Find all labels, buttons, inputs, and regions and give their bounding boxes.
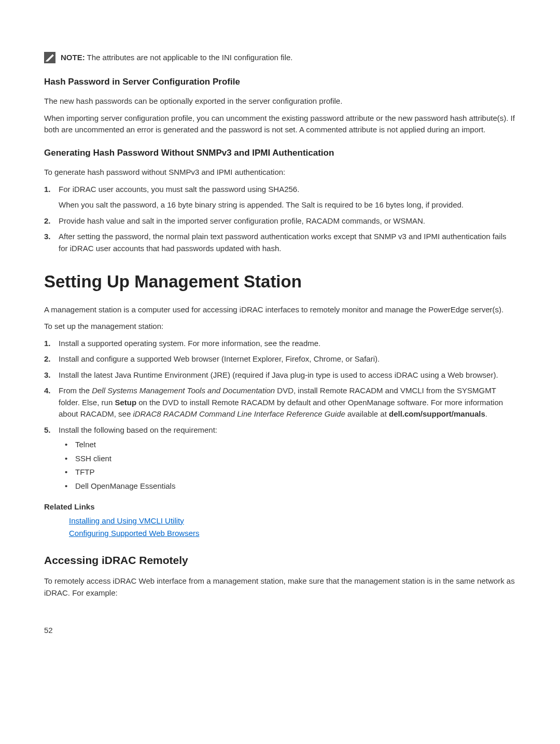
mgmt-heading: Setting Up Management Station [44,269,516,295]
list-item: 1. Install a supported operating system.… [44,338,516,350]
note-text: NOTE: The attributes are not applicable … [61,52,292,64]
note-callout: NOTE: The attributes are not applicable … [44,52,516,64]
list-content: Install the following based on the requi… [59,424,516,494]
gen-heading: Generating Hash Password Without SNMPv3 … [44,146,516,160]
mgmt-p1: A management station is a computer used … [44,304,516,316]
list-item: 2. Provide hash value and salt in the im… [44,215,516,227]
text-segment: From the [59,386,92,395]
list-text: For iDRAC user accounts, you must salt t… [59,185,299,194]
list-content: After setting the password, the normal p… [59,231,516,254]
italic-text: Dell Systems Management Tools and Docume… [92,386,275,395]
access-heading: Accessing iDRAC Remotely [44,552,516,569]
bold-text: Setup [115,398,136,407]
gen-list: 1. For iDRAC user accounts, you must sal… [44,184,516,255]
bullet-marker: • [65,480,75,492]
bullet-marker: • [65,453,75,465]
hash-heading: Hash Password in Server Configuration Pr… [44,75,516,89]
list-text: Install the latest Java Runtime Environm… [59,369,516,381]
related-link[interactable]: Configuring Supported Web Browsers [69,528,516,540]
bullet-marker: • [65,439,75,451]
related-links-heading: Related Links [44,501,516,513]
hash-p1: The new hash passwords can be optionally… [44,95,516,107]
note-label: NOTE: [61,53,85,62]
list-content: From the Dell Systems Management Tools a… [59,385,516,420]
list-item: 1. For iDRAC user accounts, you must sal… [44,184,516,211]
list-content: Provide hash value and salt in the impor… [59,215,516,227]
italic-text: iDRAC8 RACADM Command Line Interface Ref… [133,409,345,418]
bullet-marker: • [65,466,75,478]
list-marker: 3. [44,231,59,254]
hash-p2: When importing server configuration prof… [44,113,516,136]
bullet-text: TFTP [75,466,95,478]
bullet-text: SSH client [75,453,111,465]
list-text: Install a supported operating system. Fo… [59,338,516,350]
list-subtext: When you salt the password, a 16 byte bi… [59,199,516,211]
list-marker: 5. [44,424,59,494]
mgmt-list: 1. Install a supported operating system.… [44,338,516,494]
list-item: 3. After setting the password, the norma… [44,231,516,254]
list-text: After setting the password, the normal p… [59,232,507,253]
bullet-text: Telnet [75,439,96,451]
bullet-text: Dell OpenManage Essentials [75,480,175,492]
list-item: 2. Install and configure a supported Web… [44,353,516,365]
access-p1: To remotely access iDRAC Web interface f… [44,575,516,599]
bullet-item: • SSH client [65,453,516,465]
list-item: 4. From the Dell Systems Management Tool… [44,385,516,420]
mgmt-p2: To set up the management station: [44,321,516,333]
note-icon [44,52,55,63]
list-content: For iDRAC user accounts, you must salt t… [59,184,516,211]
related-link[interactable]: Installing and Using VMCLI Utility [69,515,516,527]
page-number: 52 [44,625,516,637]
list-item: 3. Install the latest Java Runtime Envir… [44,369,516,381]
list-marker: 2. [44,215,59,227]
bullet-item: • TFTP [65,466,516,478]
list-marker: 2. [44,353,59,365]
text-segment: available at [345,409,389,418]
note-body: The attributes are not applicable to the… [85,53,293,62]
list-text: Install the following based on the requi… [59,425,217,434]
bullet-item: • Dell OpenManage Essentials [65,480,516,492]
text-segment: . [485,409,487,418]
list-marker: 1. [44,338,59,350]
list-text: Provide hash value and salt in the impor… [59,216,425,225]
list-marker: 4. [44,385,59,420]
list-text: Install and configure a supported Web br… [59,353,516,365]
list-item: 5. Install the following based on the re… [44,424,516,494]
list-marker: 3. [44,369,59,381]
list-marker: 1. [44,184,59,211]
gen-intro: To generate hash password without SNMPv3… [44,167,516,178]
bullet-item: • Telnet [65,439,516,451]
bold-text: dell.com/support/manuals [389,409,485,418]
bullet-list: • Telnet • SSH client • TFTP • Dell Open… [59,439,516,492]
